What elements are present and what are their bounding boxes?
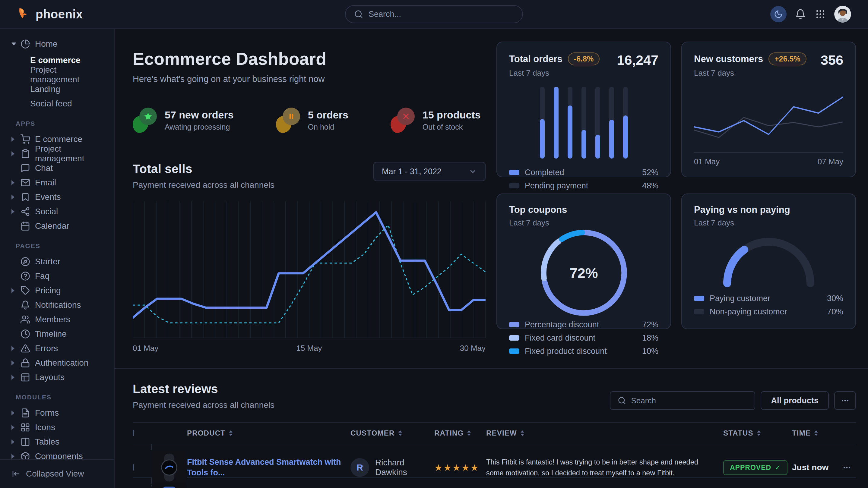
rating-stars: ★★★★★ <box>434 462 486 473</box>
review-text: This Fitbit is fantastic! I was trying t… <box>486 457 723 479</box>
chevron-right-icon <box>11 195 16 199</box>
collapse-arrow-icon <box>11 469 21 478</box>
compass-icon <box>21 257 30 266</box>
theme-toggle-button[interactable] <box>770 6 786 22</box>
sidebar-item-label: Home <box>35 39 58 49</box>
total-orders-value: 16,247 <box>617 53 658 68</box>
date-range-select[interactable]: Mar 1 - 31, 2022 <box>373 162 486 181</box>
reviews-search[interactable] <box>610 391 755 410</box>
trend-badge: -6.8% <box>568 53 599 65</box>
avatar-initial[interactable]: R <box>350 458 369 477</box>
sidebar-item-social[interactable]: Social <box>11 204 105 219</box>
legend-percentage-discount: Percentage discount 72% <box>509 318 658 331</box>
brand-logo[interactable]: phoenix <box>17 7 83 21</box>
chevron-right-icon <box>11 151 16 156</box>
collapsed-view-toggle[interactable]: Collapsed View <box>0 459 114 488</box>
page-title: Ecommerce Dashboard <box>133 49 486 69</box>
product-thumbnail-iphone[interactable] <box>151 478 187 488</box>
sort-icon <box>814 430 818 436</box>
sidebar-item-notifications[interactable]: Notifications <box>11 298 105 312</box>
sidebar-item-authentication[interactable]: Authentication <box>11 356 105 370</box>
row-actions-button[interactable] <box>838 463 856 472</box>
phoenix-flame-icon <box>17 7 31 21</box>
column-header-status[interactable]: STATUS <box>723 429 792 437</box>
orders-bar-chart <box>509 78 658 166</box>
table-icon <box>21 437 30 447</box>
new-customers-value: 356 <box>820 53 843 68</box>
x-icon <box>401 112 410 121</box>
total-orders-card: Total orders -6.8% Last 7 days 16,247 <box>496 42 671 177</box>
legend-fixed-card-discount: Fixed card discount 18% <box>509 331 658 345</box>
sidebar-item-components[interactable]: Components <box>11 449 105 459</box>
sidebar-item-starter[interactable]: Starter <box>11 254 105 269</box>
column-header-review[interactable]: REVIEW <box>486 429 723 437</box>
sidebar-item-faq[interactable]: Faq <box>11 269 105 283</box>
reviews-more-button[interactable] <box>834 391 856 410</box>
page-subtitle: Here's what's going on at your business … <box>133 74 486 84</box>
new-customers-card: New customers +26.5% Last 7 days 356 01 … <box>681 42 856 177</box>
sidebar-item-project-management-dashboard[interactable]: Project management <box>30 67 105 82</box>
trend-badge: +26.5% <box>769 53 806 65</box>
bell-icon <box>795 9 806 20</box>
global-search-input[interactable] <box>369 10 514 19</box>
pause-icon <box>287 112 296 121</box>
reviews-search-input[interactable] <box>631 396 747 405</box>
column-header-time[interactable]: TIME <box>792 429 838 437</box>
chat-bubble-icon <box>21 163 30 173</box>
all-products-filter-button[interactable]: All products <box>761 391 829 410</box>
chevron-right-icon <box>11 375 16 380</box>
reviews-table: PRODUCT CUSTOMER RATING REVIEW STATUS TI… <box>133 422 856 488</box>
product-link[interactable]: Fitbit Sense Advanced Smartwatch with To… <box>187 457 350 478</box>
sidebar-item-social-feed[interactable]: Social feed <box>30 96 105 111</box>
sidebar-item-pricing[interactable]: Pricing <box>11 283 105 298</box>
sidebar: Home E commerce Project management Landi… <box>0 29 115 488</box>
sidebar-item-members[interactable]: Members <box>11 312 105 327</box>
coupons-donut-chart: 72% <box>509 228 658 318</box>
stat-out-of-stock: 15 products Out of stock <box>391 108 481 133</box>
grid-dots-icon <box>815 9 826 20</box>
select-all-checkbox[interactable] <box>133 430 134 436</box>
document-icon <box>21 408 30 418</box>
sidebar-item-calendar[interactable]: Calendar <box>11 219 105 233</box>
legend-completed: Completed 52% <box>509 166 658 179</box>
paying-vs-nonpaying-card: Paying vs non paying Last 7 days Paying … <box>681 194 856 329</box>
column-header-rating[interactable]: RATING <box>434 429 486 437</box>
section-label-pages: PAGES <box>16 242 105 250</box>
sidebar-item-icons[interactable]: Icons <box>11 420 105 435</box>
on-hold-blob-icon <box>276 108 300 133</box>
sidebar-item-timeline[interactable]: Timeline <box>11 327 105 341</box>
sidebar-item-project-management[interactable]: Project management <box>11 147 105 161</box>
pie-chart-icon <box>21 39 30 49</box>
ellipsis-icon <box>841 396 849 405</box>
user-avatar[interactable] <box>834 6 851 23</box>
stat-new-orders: 57 new orders Awating processing <box>133 108 234 133</box>
apps-grid-button[interactable] <box>814 8 826 20</box>
legend-nonpaying-customer: Non-paying customer 70% <box>694 305 843 318</box>
avatar-image <box>834 6 851 23</box>
row-checkbox[interactable] <box>133 464 134 470</box>
chevron-down-icon <box>469 167 477 176</box>
sidebar-item-layouts[interactable]: Layouts <box>11 370 105 385</box>
sidebar-item-events[interactable]: Events <box>11 190 105 204</box>
total-sells-chart: 01 May 15 May 30 May <box>133 201 486 353</box>
column-header-product[interactable]: PRODUCT <box>187 429 350 437</box>
dashboard-left-column: Ecommerce Dashboard Here's what's going … <box>133 41 486 353</box>
sort-icon <box>757 430 761 436</box>
global-search[interactable] <box>345 5 523 23</box>
calendar-icon <box>21 221 30 231</box>
notifications-button[interactable] <box>795 8 806 20</box>
question-circle-icon <box>21 271 30 281</box>
ellipsis-icon <box>842 463 851 472</box>
chevron-right-icon <box>11 288 16 293</box>
chevron-right-icon <box>11 425 16 430</box>
sidebar-item-errors[interactable]: Errors <box>11 341 105 356</box>
legend-fixed-product-discount: Fixed product discount 10% <box>509 345 658 358</box>
grid-icon <box>21 423 30 432</box>
chevron-right-icon <box>11 411 16 415</box>
sidebar-item-forms[interactable]: Forms <box>11 406 105 420</box>
sidebar-item-tables[interactable]: Tables <box>11 435 105 449</box>
chevron-right-icon <box>11 209 16 214</box>
sidebar-item-home[interactable]: Home <box>11 37 105 51</box>
column-header-customer[interactable]: CUSTOMER <box>350 429 434 437</box>
sidebar-item-email[interactable]: Email <box>11 175 105 190</box>
